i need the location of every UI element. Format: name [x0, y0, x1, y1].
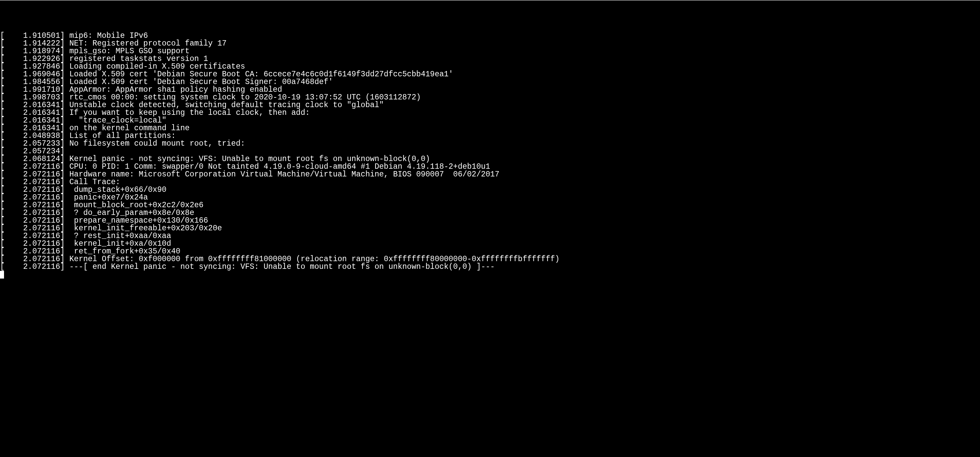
dmesg-line: [ 2.016341] on the kernel command line — [0, 125, 980, 132]
dmesg-line: [ 2.072116] kernel_init_freeable+0x203/0… — [0, 225, 980, 232]
dmesg-line: [ 2.072116] CPU: 0 PID: 1 Comm: swapper/… — [0, 163, 980, 171]
dmesg-line: [ 2.072116] ? do_early_param+0x8e/0x8e — [0, 209, 980, 217]
dmesg-line: [ 2.072116] dump_stack+0x66/0x90 — [0, 186, 980, 194]
dmesg-line: [ 1.918974] mpls_gso: MPLS GSO support — [0, 48, 980, 55]
dmesg-line: [ 1.910501] mip6: Mobile IPv6 — [0, 32, 980, 40]
dmesg-line: [ 1.998703] rtc_cmos 00:00: setting syst… — [0, 94, 980, 102]
dmesg-line: [ 2.048938] List of all partitions: — [0, 132, 980, 140]
dmesg-line: [ 2.072116] Kernel Offset: 0xf000000 fro… — [0, 255, 980, 263]
dmesg-line: [ 1.914222] NET: Registered protocol fam… — [0, 40, 980, 48]
boot-console: [ 1.910501] mip6: Mobile IPv6[ 1.914222]… — [0, 32, 980, 279]
dmesg-line: [ 2.072116] ret_from_fork+0x35/0x40 — [0, 248, 980, 255]
dmesg-line: [ 2.072116] mount_block_root+0x2c2/0x2e6 — [0, 202, 980, 209]
text-cursor — [0, 271, 4, 279]
dmesg-line: [ 2.072116] Call Trace: — [0, 178, 980, 186]
dmesg-line: [ 2.072116] panic+0xe7/0x24a — [0, 194, 980, 202]
dmesg-line: [ 2.016341] "trace_clock=local" — [0, 117, 980, 125]
dmesg-line: [ 2.072116] ? rest_init+0xaa/0xaa — [0, 232, 980, 240]
dmesg-line: [ 1.927846] Loading compiled-in X.509 ce… — [0, 63, 980, 71]
dmesg-line: [ 2.016341] Unstable clock detected, swi… — [0, 102, 980, 109]
dmesg-line: [ 2.057233] No filesystem could mount ro… — [0, 140, 980, 148]
dmesg-line: [ 2.016341] If you want to keep using th… — [0, 109, 980, 117]
dmesg-line: [ 1.984556] Loaded X.509 cert 'Debian Se… — [0, 78, 980, 86]
dmesg-line: [ 2.057234] — [0, 148, 980, 156]
cursor-line — [0, 271, 980, 279]
dmesg-line: [ 1.991710] AppArmor: AppArmor sha1 poli… — [0, 86, 980, 94]
dmesg-line: [ 2.072116] prepare_namespace+0x130/0x16… — [0, 217, 980, 225]
dmesg-line: [ 2.072116] Hardware name: Microsoft Cor… — [0, 171, 980, 178]
dmesg-line: [ 2.072116] kernel_init+0xa/0x10d — [0, 240, 980, 248]
dmesg-line: [ 2.072116] ---[ end Kernel panic - not … — [0, 263, 980, 271]
dmesg-line: [ 1.969046] Loaded X.509 cert 'Debian Se… — [0, 71, 980, 78]
dmesg-line: [ 1.922926] registered taskstats version… — [0, 55, 980, 63]
dmesg-line: [ 2.068124] Kernel panic - not syncing: … — [0, 156, 980, 163]
